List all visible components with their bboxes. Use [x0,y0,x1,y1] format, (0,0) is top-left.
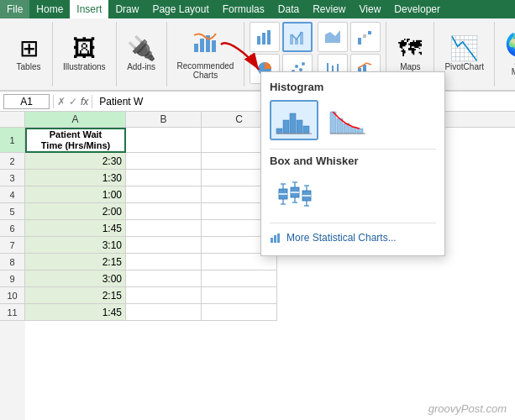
row-header-10: 10 [0,287,25,304]
table-row: 2:30 [25,153,277,170]
cell-c9[interactable] [202,270,277,287]
recommended-items: RecommendedCharts [172,22,239,87]
table-row: 2:15 [25,287,277,304]
ribbon-group-3dmap: 🌍 3DMap [495,22,515,87]
table-row: 1:30 [25,170,277,186]
cell-b7[interactable] [126,237,202,254]
cell-b3[interactable] [126,170,202,186]
function-icon[interactable]: fx [81,96,88,108]
area-chart-button[interactable] [318,22,348,52]
cell-a5[interactable]: 2:00 [25,203,126,220]
col-header-a[interactable]: A [25,112,126,127]
cell-a4[interactable]: 1:00 [25,186,126,203]
chart-type-popup: Histogram [260,71,445,256]
bar-chart-button[interactable] [250,22,280,52]
addins-button[interactable]: 🔌 Add-ins [122,29,161,80]
table-row: 1:00 [25,186,277,203]
cell-a8[interactable]: 2:15 [25,254,126,270]
histogram-chart-row [270,100,436,140]
addins-label: Add-ins [127,62,155,71]
row-header-2: 2 [0,153,25,170]
pivotchart-button[interactable]: 📉 PivotChart [439,29,489,80]
cell-a10[interactable]: 2:15 [25,287,126,304]
svg-rect-4 [257,36,260,45]
formula-divider2 [92,95,92,108]
row-header-3: 3 [0,170,25,186]
cell-a1[interactable]: Patient WaitTime (Hrs/Mins) [25,128,126,153]
histogram-chart-option[interactable] [270,100,318,140]
cell-a6[interactable]: 1:45 [25,220,126,237]
row-header-spacer [0,112,25,127]
illustrations-label: Illustrations [63,62,106,71]
illustrations-button[interactable]: 🖼 Illustrations [58,29,111,80]
cell-b8[interactable] [126,254,202,270]
recommended-charts-button[interactable]: RecommendedCharts [172,29,239,80]
recommended-charts-label: RecommendedCharts [177,61,234,80]
cell-a9[interactable]: 3:00 [25,270,126,287]
cell-a7[interactable]: 3:10 [25,237,126,254]
name-box[interactable] [3,94,50,109]
table-row: 3:10 [25,237,277,254]
cell-b10[interactable] [126,287,202,304]
svg-rect-25 [290,113,296,134]
menu-page-layout[interactable]: Page Layout [145,0,215,18]
cell-c11[interactable] [202,304,277,321]
cell-a3[interactable]: 1:30 [25,170,126,186]
line-chart-button[interactable] [282,22,313,52]
row-header-11: 11 [0,304,25,321]
table-row: 1:45 [25,220,277,237]
table-row: 2:00 [25,203,277,220]
cell-b4[interactable] [126,186,202,203]
histogram-icon [275,105,313,135]
ribbon-group-illustrations: 🖼 Illustrations [53,22,117,87]
formula-divider [53,95,54,108]
cancel-icon[interactable]: ✗ [57,96,66,108]
3dmap-button[interactable]: 🌍 3DMap [500,29,515,80]
confirm-icon[interactable]: ✓ [69,96,77,108]
addins-icon: 🔌 [127,37,156,60]
menu-file[interactable]: File [0,0,29,18]
menu-draw[interactable]: Draw [108,0,145,18]
menu-data[interactable]: Data [271,0,306,18]
menu-view[interactable]: View [353,0,388,18]
menu-formulas[interactable]: Formulas [216,0,271,18]
menu-insert[interactable]: Insert [70,0,108,18]
pareto-icon [328,105,367,135]
svg-rect-1 [200,39,204,52]
tables-button[interactable]: ⊞ Tables [10,29,47,80]
row-header-4: 4 [0,186,25,203]
cell-a11[interactable]: 1:45 [25,304,126,321]
box-whisker-chart-row [270,174,436,214]
menu-bar: File Home Insert Draw Page Layout Formul… [0,0,515,18]
cell-b6[interactable] [126,220,202,237]
cell-c8[interactable] [202,254,277,270]
menu-home[interactable]: Home [29,0,70,18]
svg-rect-6 [267,30,271,45]
menu-developer[interactable]: Developer [387,0,447,18]
cell-b9[interactable] [126,270,202,287]
cell-c10[interactable] [202,287,277,304]
svg-rect-52 [277,234,280,243]
svg-rect-17 [368,31,371,34]
col-header-b[interactable]: B [126,112,202,127]
waterfall-chart-button[interactable] [350,22,381,52]
svg-rect-16 [363,34,366,38]
cell-b11[interactable] [126,304,202,321]
cell-b2[interactable] [126,153,202,170]
menu-review[interactable]: Review [306,0,352,18]
svg-rect-26 [297,120,302,134]
box-whisker-section-title: Box and Whisker [270,155,436,167]
svg-point-12 [295,65,298,68]
more-statistical-charts-link[interactable]: More Statistical Charts... [270,228,436,247]
svg-rect-27 [303,126,309,134]
recommended-charts-icon [192,29,218,60]
pivotchart-items: 📉 PivotChart [439,22,489,87]
box-whisker-option[interactable] [270,174,318,214]
maps-icon: 🗺 [398,37,422,60]
svg-rect-51 [274,235,276,243]
cell-a2[interactable]: 2:30 [25,153,126,170]
grid: Patient WaitTime (Hrs/Mins) 2:30 1:30 1:… [25,128,277,420]
pareto-chart-option[interactable] [323,100,372,140]
cell-b5[interactable] [126,203,202,220]
cell-b1[interactable] [126,128,202,153]
